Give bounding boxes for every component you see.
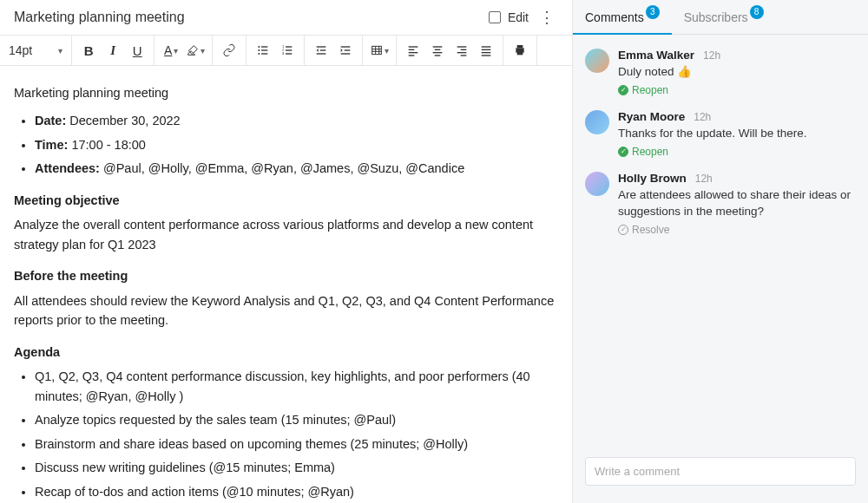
svg-point-4 [259,53,260,55]
comment-body: Ryan Moore12h Thanks for the update. Wil… [618,110,856,158]
svg-rect-7 [286,49,292,50]
avatar [585,110,609,134]
comment-author: Holly Brown [618,172,687,185]
check-icon: ✓ [618,225,628,235]
comment-item[interactable]: Ryan Moore12h Thanks for the update. Wil… [573,103,868,165]
comment-text: Duly noted 👍 [618,64,856,81]
check-icon: ✓ [618,147,628,157]
text-color-button[interactable]: A▾ [160,39,182,62]
comment-item[interactable]: Holly Brown12h Are attendees allowed to … [573,165,868,243]
bullet-list-button[interactable] [252,39,274,62]
comment-text: Are attendees allowed to share their ide… [618,187,856,220]
align-justify-button[interactable] [475,39,497,62]
edit-checkbox[interactable] [489,11,501,23]
svg-rect-25 [433,52,443,53]
svg-rect-32 [482,49,491,50]
align-left-button[interactable] [402,39,424,62]
svg-rect-34 [482,55,491,56]
comment-status-reopen[interactable]: ✓Reopen [618,84,856,96]
font-size-select[interactable]: 14pt ▾ [0,36,72,65]
agenda-heading: Agenda [14,343,558,362]
svg-rect-15 [341,46,351,47]
comment-time: 12h [695,173,713,185]
tab-subscribers-label: Subscribers [684,10,748,24]
subscribers-count-badge: 8 [750,5,764,19]
comment-author: Ryan Moore [618,110,685,123]
underline-button[interactable]: U [126,39,148,62]
indent-increase-button[interactable] [334,39,357,62]
svg-rect-37 [517,51,523,55]
bold-button[interactable]: B [77,39,100,62]
svg-rect-27 [457,46,467,47]
svg-rect-23 [433,46,443,47]
objective-heading: Meeting objective [14,191,558,210]
svg-point-0 [259,46,260,48]
agenda-item: Discuss new writing guidelines (@15 minu… [35,458,558,477]
comments-count-badge: 3 [646,5,660,19]
editor-pane: Marketing planning meeting Edit ⋮ 14pt ▾… [0,0,573,503]
svg-rect-24 [435,49,441,50]
print-button[interactable] [509,39,531,62]
side-tabs: Comments 3 Subscribers 8 [573,0,868,35]
svg-rect-18 [372,46,382,54]
svg-rect-8 [286,53,292,54]
comment-status-resolve[interactable]: ✓Resolve [618,224,856,236]
table-button[interactable]: ▾ [368,39,391,62]
comment-input[interactable] [585,457,856,486]
svg-point-2 [259,49,260,51]
tab-comments[interactable]: Comments 3 [573,0,672,34]
comment-text: Thanks for the update. Will be there. [618,126,856,142]
doc-title[interactable]: Marketing planning meeting [14,10,185,25]
svg-rect-33 [482,52,491,53]
svg-rect-21 [409,52,418,53]
side-pane: Comments 3 Subscribers 8 Emma Walker12h … [573,0,868,503]
comment-author: Emma Walker [618,49,694,62]
svg-rect-16 [345,49,351,50]
agenda-item: Recap of to-dos and action items (@10 mi… [35,482,558,501]
comment-body: Emma Walker12h Duly noted 👍 ✓Reopen [618,49,856,96]
before-heading: Before the meeting [14,266,558,285]
italic-button[interactable]: I [102,39,124,62]
align-center-button[interactable] [426,39,449,62]
svg-rect-30 [461,55,467,56]
svg-rect-20 [409,49,415,50]
svg-rect-31 [482,46,491,47]
svg-rect-35 [517,45,523,48]
svg-rect-3 [261,49,267,50]
tab-comments-label: Comments [585,10,644,24]
svg-rect-28 [461,49,467,50]
comment-body: Holly Brown12h Are attendees allowed to … [618,172,856,236]
comment-status-reopen[interactable]: ✓Reopen [618,146,856,158]
more-menu-icon[interactable]: ⋮ [536,10,558,25]
indent-decrease-button[interactable] [310,39,332,62]
svg-rect-1 [261,46,267,47]
comment-item[interactable]: Emma Walker12h Duly noted 👍 ✓Reopen [573,42,868,103]
chevron-down-icon: ▾ [58,46,62,56]
svg-text:3: 3 [282,51,285,56]
doc-header: Marketing planning meeting Edit ⋮ [0,0,572,35]
avatar [585,49,609,73]
agenda-list: Q1, Q2, Q3, Q4 content performance discu… [14,367,558,501]
svg-rect-13 [320,49,326,50]
meta-date: Date: December 30, 2022 [35,111,558,130]
objective-text: Analyze the overall content performance … [14,215,558,254]
highlight-button[interactable]: ▾ [184,39,207,62]
tab-subscribers[interactable]: Subscribers 8 [672,0,776,34]
svg-rect-17 [341,53,351,54]
svg-rect-6 [286,46,292,47]
svg-rect-29 [457,52,467,53]
link-button[interactable] [218,39,240,62]
svg-rect-22 [409,55,415,56]
doc-first-line: Marketing planning meeting [14,83,558,102]
meta-time: Time: 17:00 - 18:00 [35,135,558,154]
comment-time: 12h [694,111,711,123]
document-body[interactable]: Marketing planning meeting Date: Decembe… [0,66,572,503]
numbered-list-button[interactable]: 123 [276,39,299,62]
align-right-button[interactable] [450,39,473,62]
before-text: All attendees should review the Keyword … [14,291,558,330]
agenda-item: Analyze topics requested by the sales te… [35,410,558,429]
comment-input-wrap [573,448,868,503]
doc-actions: Edit ⋮ [489,10,558,25]
svg-rect-5 [261,53,267,54]
svg-rect-14 [317,53,326,54]
